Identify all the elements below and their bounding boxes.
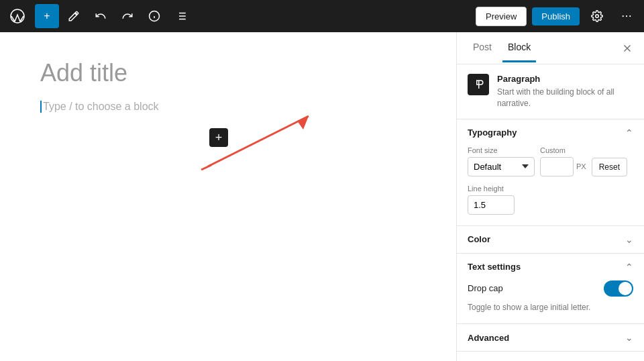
- sidebar-header: Post Block: [457, 32, 644, 64]
- font-size-col: Font size Default Small Normal Large Hug…: [468, 146, 535, 176]
- pilcrow-icon: [472, 79, 484, 91]
- text-settings-content: Drop cap Toggle to show a large initial …: [457, 280, 644, 324]
- wp-logo[interactable]: [5, 4, 30, 28]
- advanced-section-header[interactable]: Advanced ⌄: [457, 324, 644, 351]
- paragraph-block-icon: [468, 74, 489, 95]
- typography-section-header[interactable]: Typography ⌃: [457, 119, 644, 146]
- tab-post[interactable]: Post: [468, 34, 497, 62]
- plus-icon: +: [215, 131, 223, 145]
- block-name: Paragraph: [497, 74, 633, 84]
- advanced-section: Advanced ⌄: [457, 324, 644, 352]
- text-settings-label: Text settings: [468, 262, 521, 272]
- color-label: Color: [468, 234, 490, 244]
- drop-cap-label: Drop cap: [468, 283, 503, 293]
- pencil-icon: [68, 10, 80, 22]
- editor-area[interactable]: Add title Type / to choose a block +: [0, 32, 456, 361]
- tools-button[interactable]: [62, 4, 86, 28]
- info-icon: [148, 10, 160, 22]
- plus-icon: +: [44, 10, 50, 22]
- list-icon: [175, 10, 187, 22]
- add-block-toolbar-button[interactable]: +: [35, 4, 59, 28]
- block-info-text: Paragraph Start with the building block …: [497, 74, 633, 109]
- svg-point-11: [623, 15, 624, 17]
- block-placeholder-text: Type / to choose a block: [40, 101, 159, 113]
- svg-marker-15: [297, 116, 309, 130]
- svg-point-12: [626, 15, 627, 17]
- custom-col: Custom PX: [540, 146, 586, 176]
- post-title[interactable]: Add title: [40, 59, 416, 87]
- svg-line-16: [201, 165, 211, 170]
- chevron-up-icon: ⌃: [625, 127, 633, 138]
- font-size-row: Font size Default Small Normal Large Hug…: [468, 146, 633, 176]
- drop-cap-description: Toggle to show a large initial letter.: [468, 302, 633, 313]
- text-settings-header[interactable]: Text settings ⌃: [457, 254, 644, 280]
- block-info: Paragraph Start with the building block …: [457, 64, 644, 119]
- block-description: Start with the building block of all nar…: [497, 87, 633, 109]
- drop-cap-toggle[interactable]: [604, 280, 633, 297]
- redo-button[interactable]: [115, 4, 140, 28]
- list-view-button[interactable]: [169, 4, 193, 28]
- ellipsis-icon: [621, 10, 633, 22]
- main-area: Add title Type / to choose a block + Pos…: [0, 32, 644, 361]
- main-toolbar: + Preview Publish: [0, 0, 644, 32]
- color-section-header[interactable]: Color ⌄: [457, 226, 644, 253]
- color-section: Color ⌄: [457, 226, 644, 254]
- custom-label: Custom: [540, 146, 586, 154]
- sidebar-close-button[interactable]: [621, 42, 633, 54]
- advanced-label: Advanced: [468, 333, 509, 343]
- block-placeholder-area: Type / to choose a block: [40, 101, 416, 113]
- undo-button[interactable]: [89, 4, 113, 28]
- custom-input-row: PX: [540, 157, 586, 176]
- info-button[interactable]: [142, 4, 166, 28]
- reset-button[interactable]: Reset: [592, 158, 627, 176]
- undo-icon: [95, 10, 107, 22]
- custom-font-size-input[interactable]: [540, 157, 574, 176]
- toolbar-right: Preview Publish: [476, 4, 639, 28]
- publish-button[interactable]: Publish: [532, 7, 580, 25]
- gear-icon: [591, 10, 603, 22]
- font-size-select[interactable]: Default Small Normal Large Huge: [468, 157, 535, 176]
- preview-button[interactable]: Preview: [476, 7, 527, 26]
- chevron-down-icon: ⌄: [625, 234, 633, 245]
- typography-section-content: Font size Default Small Normal Large Hug…: [457, 146, 644, 225]
- typography-section: Typography ⌃ Font size Default Small Nor…: [457, 119, 644, 226]
- svg-point-13: [629, 15, 631, 17]
- redo-icon: [121, 10, 133, 22]
- line-height-label: Line height: [468, 185, 633, 193]
- font-size-label: Font size: [468, 146, 535, 154]
- line-height-row: Line height: [468, 185, 633, 215]
- drop-cap-row: Drop cap: [468, 280, 633, 297]
- settings-button[interactable]: [585, 4, 609, 28]
- toggle-knob: [619, 282, 632, 295]
- sidebar: Post Block Paragraph Start with the buil…: [456, 32, 644, 361]
- add-block-button[interactable]: +: [209, 128, 228, 147]
- close-icon: [621, 42, 633, 54]
- tab-block[interactable]: Block: [502, 34, 536, 62]
- px-label: PX: [576, 162, 586, 170]
- chevron-down-icon-2: ⌄: [625, 332, 633, 343]
- svg-point-10: [596, 15, 599, 18]
- more-options-button[interactable]: [614, 4, 639, 28]
- text-settings-section: Text settings ⌃ Drop cap Toggle to show …: [457, 254, 644, 325]
- typography-label: Typography: [468, 127, 517, 138]
- line-height-input[interactable]: [468, 195, 515, 215]
- chevron-up-icon-2: ⌃: [625, 262, 633, 272]
